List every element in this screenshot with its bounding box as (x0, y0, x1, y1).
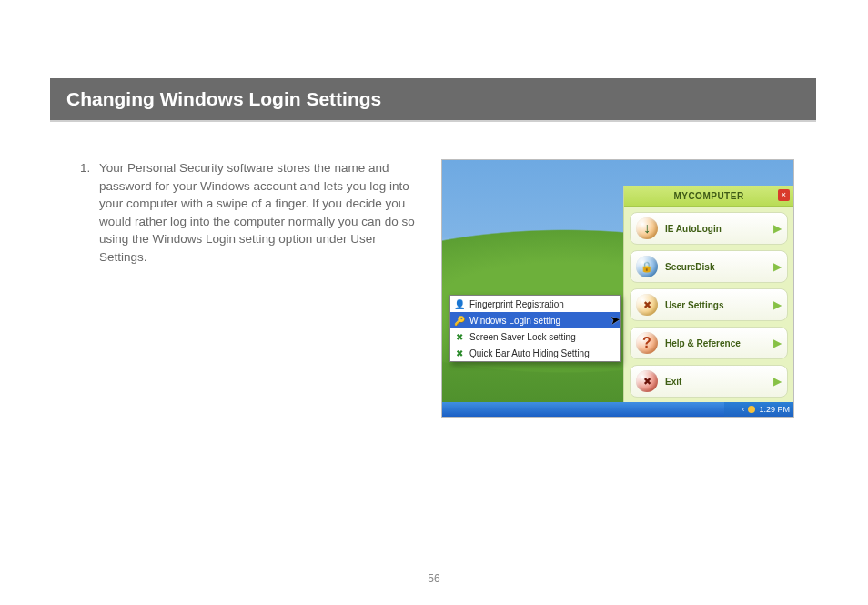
user-settings-submenu: 👤 Fingerprint Registration 🔑 Windows Log… (449, 295, 621, 362)
download-icon: ↓ (636, 217, 658, 239)
menu-item-quickbar-autohide[interactable]: ✖ Quick Bar Auto Hiding Setting (450, 345, 620, 361)
sidebar-item-exit[interactable]: ✖ Exit ▶ (630, 365, 788, 398)
lock-icon: 🔒 (636, 256, 658, 277)
chevron-right-icon: ▶ (773, 298, 782, 311)
tray-icon[interactable] (748, 406, 755, 413)
chevron-right-icon: ▶ (773, 337, 782, 349)
chevron-right-icon: ▶ (773, 222, 782, 235)
page-number: 56 (0, 572, 868, 585)
menu-item-label: Quick Bar Auto Hiding Setting (469, 348, 590, 358)
fingerprint-icon: 👤 (454, 298, 465, 309)
section-title: Changing Windows Login Settings (66, 88, 381, 110)
instruction-text: Your Personal Security software stores t… (77, 159, 425, 418)
chevron-right-icon: ▶ (773, 375, 782, 388)
sidebar-item-securedisk[interactable]: 🔒 SecureDisk ▶ (630, 250, 788, 283)
sidebar-item-ie-autologin[interactable]: ↓ IE AutoLogin ▶ (630, 212, 788, 245)
sidebar-title: MYCOMPUTER (673, 191, 743, 201)
tools-icon: ✖ (454, 348, 465, 358)
menu-item-label: Screen Saver Lock setting (469, 332, 576, 342)
help-icon: ? (636, 332, 658, 354)
key-icon: 🔑 (454, 315, 465, 326)
menu-item-label: Fingerprint Registration (469, 299, 564, 309)
step-1-text: Your Personal Security software stores t… (94, 159, 425, 266)
content-row: Your Personal Security software stores t… (77, 159, 796, 418)
document-page: Changing Windows Login Settings Your Per… (0, 0, 868, 605)
sidebar-item-label: Help & Reference (665, 338, 773, 348)
menu-item-windows-login-setting[interactable]: 🔑 Windows Login setting (450, 312, 620, 328)
tools-icon: ✖ (454, 331, 465, 342)
sidebar-list: ↓ IE AutoLogin ▶ 🔒 SecureDisk ▶ (624, 207, 793, 408)
exit-icon: ✖ (636, 370, 658, 392)
sidebar-item-label: User Settings (665, 300, 773, 310)
menu-item-screensaver-lock[interactable]: ✖ Screen Saver Lock setting (450, 328, 620, 345)
tray-expand-icon[interactable]: ‹ (742, 405, 744, 414)
sidebar-header: MYCOMPUTER × (624, 186, 793, 207)
settings-icon: ✖ (636, 294, 658, 316)
taskbar[interactable]: ‹ 1:29 PM (442, 402, 793, 417)
menu-item-label: Windows Login setting (469, 316, 560, 326)
sidebar-item-help[interactable]: ? Help & Reference ▶ (630, 327, 788, 359)
quickbar-sidebar: MYCOMPUTER × ↓ IE AutoLogin ▶ 🔒 (623, 186, 793, 402)
clock: 1:29 PM (759, 405, 790, 414)
sidebar-item-label: Exit (665, 377, 773, 387)
chevron-right-icon: ▶ (773, 260, 782, 273)
sidebar-item-label: SecureDisk (665, 262, 773, 272)
sidebar-item-user-settings[interactable]: ✖ User Settings ▶ (630, 288, 788, 321)
cursor-icon: ➤ (609, 311, 621, 328)
embedded-screenshot: MYCOMPUTER × ↓ IE AutoLogin ▶ 🔒 (441, 159, 794, 418)
section-title-bar: Changing Windows Login Settings (50, 78, 816, 122)
sidebar-item-label: IE AutoLogin (665, 224, 773, 234)
system-tray[interactable]: ‹ 1:29 PM (724, 402, 793, 417)
menu-item-fingerprint-registration[interactable]: 👤 Fingerprint Registration (450, 296, 620, 312)
close-icon[interactable]: × (778, 189, 790, 201)
